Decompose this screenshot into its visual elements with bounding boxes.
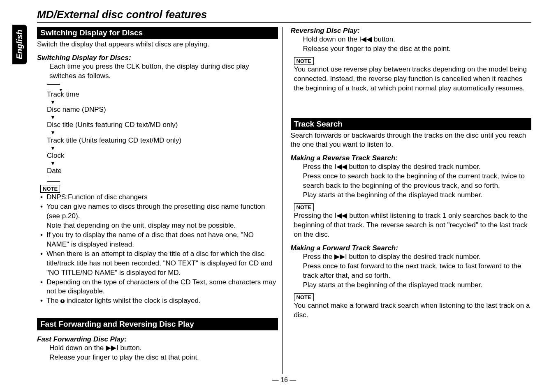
display-flow: Track time ▼ Disc name (DNPS) ▼ Disc tit… [47,84,278,182]
page-title: MD/External disc control features [37,8,531,23]
action-title: Reversing Disc Play: [291,27,532,35]
prev-track-icon: I◀◀ [359,35,372,43]
note-text: DNPS:Function of disc changers [46,193,148,202]
flow-item: Clock [47,151,278,161]
left-column: Switching Display for Discs Switch the d… [37,27,283,374]
note-text: When there is an attempt to display the … [46,249,278,278]
note-text: You cannot make a forward track search w… [294,301,532,320]
section-subtitle: Switch the display that appears whilst d… [37,40,278,49]
action-body: Press the ▶▶I button to display the desi… [303,252,532,290]
clock-icon [60,299,65,303]
prev-track-icon: I◀◀ [334,163,347,171]
note-label: NOTE [294,57,314,65]
section-subtitle: Search forwards or backwards through the… [291,131,532,149]
down-arrow-icon: ▼ [50,130,278,136]
section-switching-display: Switching Display for Discs [37,27,278,39]
action-title: Switching Display for Discs: [37,54,278,62]
flow-item: Track time [47,90,278,99]
action-title: Making a Reverse Track Search: [291,154,532,162]
section-track-search: Track Search [291,118,532,130]
down-arrow-icon: ▼ [50,99,278,105]
note-text: Pressing the I◀◀ button whilst listening… [294,211,532,240]
action-body: Hold down on the ▶▶I button. Release you… [49,344,278,362]
language-tab: English [12,25,27,64]
note-text: You can give names to discs through the … [46,202,278,221]
page-number: — 16 — [37,376,531,384]
note-label: NOTE [40,185,60,193]
note-text: Note that depending on the unit, display… [46,221,236,231]
right-column: Reversing Disc Play: Hold down on the I◀… [291,27,532,374]
next-track-icon: ▶▶I [334,253,347,261]
flow-item: Disc name (DNPS) [47,105,278,115]
flow-item: Disc title (Units featuring CD text/MD o… [47,120,278,130]
note-text: Depending on the type of characters of t… [46,278,278,297]
down-arrow-icon: ▼ [50,145,278,151]
note-text: If you try to display the name of a disc… [46,231,278,249]
flow-item: Date [47,166,278,176]
action-title: Making a Forward Track Search: [291,244,532,252]
action-title: Fast Forwarding Disc Play: [37,335,278,344]
down-arrow-icon: ▼ [50,115,278,120]
note-label: NOTE [294,293,314,301]
note-label: NOTE [294,203,314,211]
section-fast-forward: Fast Forwarding and Reversing Disc Play [37,318,278,330]
page-content: MD/External disc control features Switch… [37,8,531,384]
prev-track-icon: I◀◀ [335,212,348,219]
next-track-icon: ▶▶I [106,344,118,352]
action-body: Hold down on the I◀◀ button. Release you… [303,35,532,54]
flow-item: Track title (Units featuring CD text/MD … [47,136,278,145]
down-arrow-icon: ▼ [50,161,278,166]
action-body: Press the I◀◀ button to display the desi… [303,162,532,200]
note-text: The indicator lights whilst the clock is… [46,296,201,306]
action-body: Each time you press the CLK button, the … [49,62,278,81]
note-list: •DNPS:Function of disc changers •You can… [40,193,278,306]
note-text: You cannot use reverse play between trac… [294,65,532,93]
